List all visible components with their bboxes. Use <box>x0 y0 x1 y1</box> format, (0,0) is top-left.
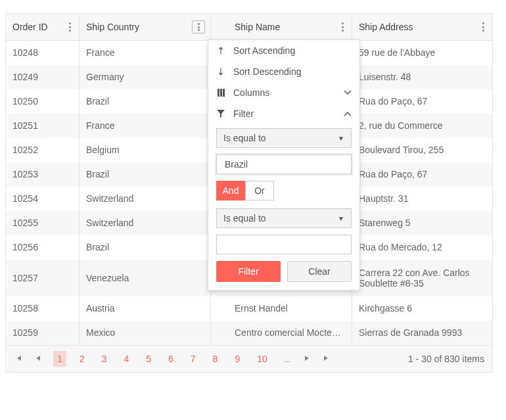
table-cell: 2, rue du Commerce <box>352 114 493 138</box>
column-menu-icon[interactable] <box>479 22 487 32</box>
table-cell: Germany <box>80 65 211 89</box>
filter-operator-label: Is equal to <box>223 213 266 223</box>
table-cell: Belgium <box>80 138 211 162</box>
table-cell: Boulevard Tirou, 255 <box>352 138 493 162</box>
column-menu-icon[interactable] <box>338 22 346 32</box>
pager-next-icon[interactable] <box>302 352 311 366</box>
columns-icon <box>216 89 225 97</box>
table-cell: Sierras de Granada 9993 <box>352 321 493 345</box>
pager-page[interactable]: 7 <box>187 351 200 367</box>
table-cell: 10249 <box>6 65 80 89</box>
table-cell: Kirchgasse 6 <box>352 296 493 321</box>
column-header-ship-country[interactable]: Ship Country <box>80 14 211 40</box>
filter-value-1[interactable] <box>216 154 352 174</box>
filter-value-2[interactable] <box>216 235 352 254</box>
column-header-label: Ship Country <box>86 22 139 32</box>
arrow-down-icon <box>216 68 225 76</box>
menu-sort-descending[interactable]: Sort Descending <box>208 61 359 82</box>
menu-item-label: Sort Ascending <box>233 45 295 56</box>
table-cell: 10253 <box>6 162 80 187</box>
filter-value-input[interactable] <box>223 158 344 170</box>
table-cell: 10256 <box>6 235 80 260</box>
table-cell: 10250 <box>6 89 80 114</box>
column-header-label: Ship Address <box>359 22 413 32</box>
filter-icon <box>216 110 225 118</box>
table-cell: 10257 <box>6 260 80 296</box>
filter-value-input[interactable] <box>223 239 344 250</box>
filter-logic-or[interactable]: Or <box>245 181 274 200</box>
pager-page[interactable]: 4 <box>120 351 133 367</box>
filter-operator-label: Is equal to <box>223 133 266 143</box>
table-cell: Switzerland <box>80 211 211 235</box>
table-cell: Hauptstr. 31 <box>352 187 493 211</box>
table-cell: 10258 <box>6 296 80 321</box>
pager-last-icon[interactable] <box>322 352 331 366</box>
pager-page[interactable]: 5 <box>142 351 155 367</box>
table-row[interactable]: 10258AustriaErnst HandelKirchgasse 6 <box>6 296 493 321</box>
filter-operator-2[interactable]: Is equal to ▼ <box>216 208 352 228</box>
menu-item-label: Filter <box>233 108 254 119</box>
column-header-label: Order ID <box>12 22 48 32</box>
column-header-order-id[interactable]: Order ID <box>6 14 80 40</box>
table-cell: Mexico <box>80 321 211 345</box>
menu-sort-ascending[interactable]: Sort Ascending <box>208 40 359 61</box>
pager-prev-icon[interactable] <box>34 352 43 366</box>
pager-page[interactable]: 1 <box>53 351 66 367</box>
table-cell: Luisenstr. 48 <box>352 65 493 89</box>
table-cell: Ernst Handel <box>211 296 352 321</box>
table-cell: 10252 <box>6 138 80 162</box>
filter-operator-1[interactable]: Is equal to ▼ <box>216 128 352 148</box>
table-cell: Austria <box>80 296 211 321</box>
table-cell: Brazil <box>80 89 211 114</box>
pager-page[interactable]: 8 <box>209 351 222 367</box>
filter-apply-button[interactable]: Filter <box>216 261 281 282</box>
table-cell: 10259 <box>6 321 80 345</box>
pager-page[interactable]: 2 <box>76 351 89 367</box>
column-menu-popup: Sort Ascending Sort Descending Columns F… <box>208 39 360 291</box>
table-cell: Rua do Mercado, 12 <box>352 235 493 260</box>
dropdown-arrow-icon: ▼ <box>338 135 344 142</box>
table-cell: Carrera 22 con Ave. Carlos Soublette #8-… <box>352 260 493 296</box>
table-cell: Rua do Paço, 67 <box>352 162 493 187</box>
pager-pages: 12345678910 <box>53 351 271 367</box>
menu-columns[interactable]: Columns <box>208 82 359 103</box>
pager-page[interactable]: 3 <box>98 351 111 367</box>
chevron-up-icon <box>344 109 352 118</box>
column-menu-icon[interactable] <box>66 22 74 32</box>
table-cell: France <box>80 114 211 138</box>
grid-pager: 12345678910 ... 1 - 30 of 830 items <box>6 345 493 372</box>
column-header-ship-name[interactable]: Ship Name <box>211 14 352 40</box>
table-cell: Rua do Paço, 67 <box>352 89 493 114</box>
column-menu-icon[interactable] <box>192 20 205 34</box>
table-cell: Centro comercial Moctezuma <box>211 321 352 345</box>
filter-panel: Is equal to ▼ And Or Is equal to ▼ Filte… <box>208 124 359 290</box>
column-header-ship-address[interactable]: Ship Address <box>352 14 493 40</box>
table-row[interactable]: 10259MexicoCentro comercial MoctezumaSie… <box>6 321 493 345</box>
pager-info: 1 - 30 of 830 items <box>408 354 484 364</box>
table-cell: 10251 <box>6 114 80 138</box>
table-cell: Brazil <box>80 162 211 187</box>
table-cell: 10248 <box>6 41 80 65</box>
filter-buttons: Filter Clear <box>216 261 352 282</box>
menu-filter[interactable]: Filter <box>208 103 359 124</box>
grid-header-row: Order ID Ship Country Ship Name Ship Add… <box>6 14 493 41</box>
chevron-down-icon <box>344 88 352 97</box>
pager-first-icon[interactable] <box>14 352 23 366</box>
pager-ellipsis[interactable]: ... <box>282 351 292 367</box>
filter-clear-button[interactable]: Clear <box>287 261 352 282</box>
pager-controls: 12345678910 ... <box>14 351 331 367</box>
filter-logic-and[interactable]: And <box>216 181 245 200</box>
filter-logic-group: And Or <box>216 181 352 200</box>
pager-page[interactable]: 9 <box>231 351 244 367</box>
menu-item-label: Columns <box>233 87 269 98</box>
pager-page[interactable]: 10 <box>253 351 271 367</box>
table-cell: 10254 <box>6 187 80 211</box>
table-cell: 10255 <box>6 211 80 235</box>
table-cell: Brazil <box>80 235 211 260</box>
pager-page[interactable]: 6 <box>164 351 177 367</box>
table-cell: Venezuela <box>80 260 211 296</box>
menu-item-label: Sort Descending <box>233 66 302 77</box>
table-cell: 59 rue de l'Abbaye <box>352 41 493 65</box>
table-cell: France <box>80 41 211 65</box>
table-cell: Switzerland <box>80 187 211 211</box>
